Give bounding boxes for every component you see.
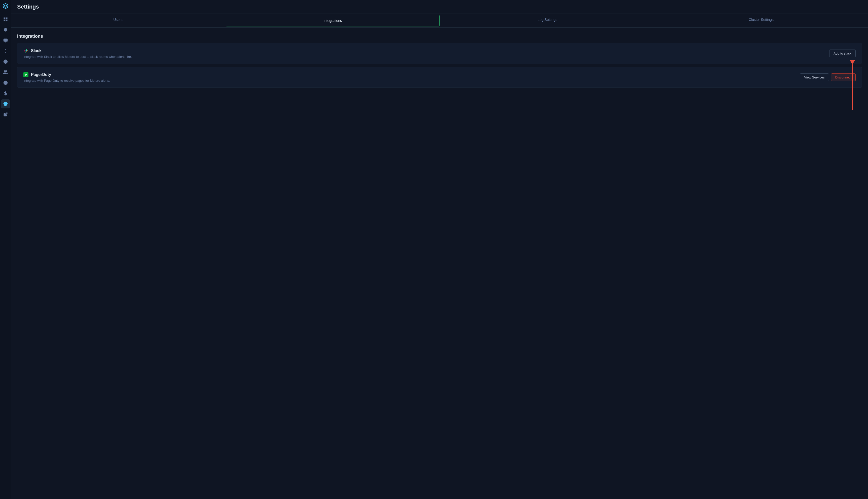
tab-integrations[interactable]: Integrations	[226, 15, 440, 26]
slack-name: Slack	[31, 49, 41, 53]
main-content: Settings Users Integrations Log Settings…	[11, 0, 868, 499]
tabs-bar: Users Integrations Log Settings Cluster …	[11, 14, 868, 28]
svg-rect-1	[6, 17, 7, 19]
page-title: Settings	[17, 3, 862, 10]
sidebar-item-grid[interactable]	[1, 15, 10, 24]
svg-rect-0	[4, 17, 5, 19]
slack-header: Slack	[23, 48, 132, 53]
tab-cluster-settings[interactable]: Cluster Settings	[654, 14, 868, 27]
pagerduty-actions: View Services Disconnect	[800, 73, 856, 81]
pagerduty-info: P PagerDuty Integrate with PagerDuty to …	[23, 72, 110, 83]
disconnect-button[interactable]: Disconnect	[831, 73, 856, 81]
sidebar-item-users[interactable]	[1, 68, 10, 77]
sidebar	[0, 0, 11, 499]
pagerduty-description: Integrate with PagerDuty to receive page…	[23, 79, 110, 83]
app-logo[interactable]	[1, 2, 10, 10]
slack-icon	[23, 48, 28, 53]
pagerduty-icon: P	[23, 72, 28, 77]
sidebar-item-settings[interactable]	[1, 99, 10, 108]
sidebar-item-export[interactable]	[1, 110, 10, 119]
sidebar-item-bell[interactable]	[1, 25, 10, 35]
svg-rect-2	[6, 20, 7, 21]
slack-actions: Add to slack	[829, 50, 856, 57]
page-header: Settings	[11, 0, 868, 14]
svg-rect-3	[4, 20, 5, 21]
sidebar-item-monitor[interactable]	[1, 36, 10, 45]
integration-card-slack: Slack Integrate with Slack to allow Meto…	[17, 43, 862, 64]
integration-card-pagerduty: P PagerDuty Integrate with PagerDuty to …	[17, 67, 862, 88]
sidebar-item-cost[interactable]	[1, 89, 10, 98]
view-services-button[interactable]: View Services	[800, 73, 829, 81]
slack-info: Slack Integrate with Slack to allow Meto…	[23, 48, 132, 59]
sidebar-item-metrics[interactable]	[1, 47, 10, 56]
section-title: Integrations	[17, 34, 862, 39]
svg-point-13	[4, 70, 5, 72]
slack-description: Integrate with Slack to allow Metoro to …	[23, 55, 132, 59]
add-to-slack-button[interactable]: Add to slack	[829, 50, 856, 57]
svg-rect-4	[3, 39, 7, 41]
tab-log-settings[interactable]: Log Settings	[441, 14, 654, 27]
tab-users[interactable]: Users	[11, 14, 225, 27]
sidebar-item-traces[interactable]	[1, 78, 10, 87]
pagerduty-name: PagerDuty	[31, 72, 51, 77]
pagerduty-header: P PagerDuty	[23, 72, 110, 77]
svg-point-15	[5, 82, 6, 84]
content-area: Integrations	[11, 28, 868, 499]
sidebar-item-globe[interactable]	[1, 57, 10, 66]
